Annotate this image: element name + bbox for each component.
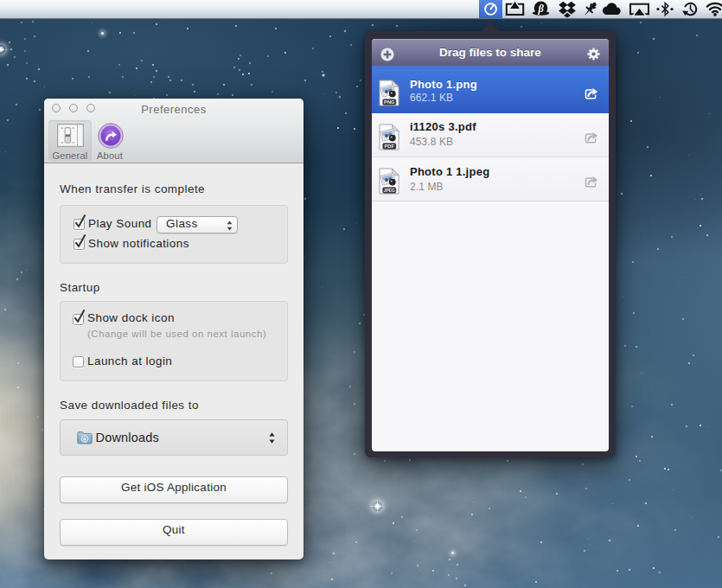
svg-text:PNG: PNG xyxy=(384,99,395,105)
svg-text:JPEG: JPEG xyxy=(384,187,395,192)
svg-text:β: β xyxy=(538,3,545,15)
svg-text:PDF: PDF xyxy=(384,143,394,148)
